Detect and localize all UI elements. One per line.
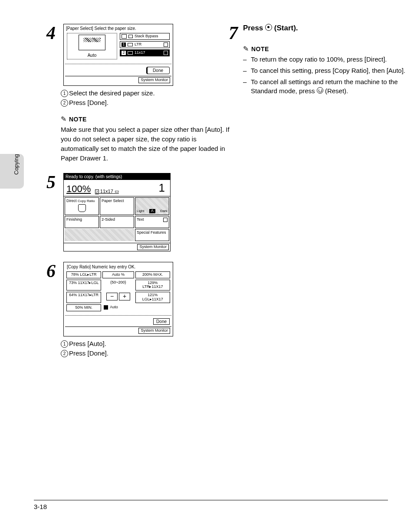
hand-icon	[78, 204, 86, 212]
panel6-auto[interactable]: Auto	[102, 304, 134, 311]
panel5-title: Ready to copy. (with settings)	[64, 173, 170, 180]
panel5-finishing[interactable]: Finishing	[65, 216, 99, 228]
side-tab: Copying	[0, 154, 24, 189]
panel4-size-11x17[interactable]: 2 11x17	[120, 49, 170, 56]
panel6-system-monitor[interactable]: System Monitor	[138, 328, 170, 334]
minus-button[interactable]: −	[106, 293, 118, 300]
plus-button[interactable]: +	[119, 293, 130, 300]
footer: 3-18	[34, 500, 388, 510]
pencil-icon: ✎	[243, 45, 249, 53]
panel5-size: 2 11x17 ▭	[95, 189, 119, 194]
panel6-range: (50~200)	[102, 280, 134, 291]
page-number: 3-18	[34, 503, 47, 510]
step-5-panel: Ready to copy. (with settings) 100% 2 11…	[63, 173, 171, 251]
step7-note-heading: ✎ NOTE	[243, 45, 412, 53]
panel5-paper-select[interactable]: Paper Select	[100, 197, 134, 215]
panel5-special[interactable]: Special Features	[135, 229, 169, 241]
panel6-done-button[interactable]: Done	[153, 318, 170, 325]
right-column: 7 Press (Start). ✎ NOTE –To return the c…	[243, 24, 412, 106]
step-7: 7 Press (Start). ✎ NOTE –To return the c…	[243, 24, 412, 96]
panel4-system-monitor[interactable]: System Monitor	[138, 77, 170, 83]
panel5-2sided[interactable]: 2-Sided	[100, 216, 134, 228]
step-7-number: 7	[212, 24, 238, 42]
step-5: 5 Ready to copy. (with settings) 100% 2 …	[61, 173, 230, 251]
start-icon	[265, 24, 272, 31]
panel5-pct: 100%	[66, 184, 91, 194]
panel5-density[interactable]: Light A Dark	[135, 197, 169, 215]
step-4-panel: [Paper Select] Select the paper size. Au…	[63, 24, 173, 86]
note-item-1: To return the copy ratio to 100%, press …	[251, 55, 387, 64]
panel5-direct[interactable]: Direct Copy Ratio	[65, 197, 99, 215]
panel4-size-ltr[interactable]: 1 LTR	[120, 41, 170, 48]
panel4-title: [Paper Select] Select the paper size.	[65, 26, 171, 31]
step-5-number: 5	[30, 173, 56, 191]
step4-instructions: 1Select the desired paper size. 2Press […	[61, 88, 230, 108]
panel4-done-button[interactable]: Done	[146, 67, 170, 74]
panel4-stack-bypass[interactable]: Stack Bypass	[120, 33, 170, 40]
pencil-icon: ✎	[61, 115, 66, 123]
circled-1: 1	[61, 340, 68, 348]
step7-note-list: –To return the copy ratio to 100%, press…	[243, 55, 412, 96]
circled-2: 2	[61, 350, 68, 357]
step7-heading: Press (Start).	[243, 24, 412, 33]
step-6-number: 6	[30, 262, 56, 280]
panel6-200[interactable]: 200% MAX.	[135, 271, 170, 278]
printer-icon	[79, 35, 105, 50]
step-6-panel: [Copy Ratio] Numeric key entry OK. 78% L…	[63, 262, 173, 336]
panel6-50[interactable]: 50% MIN.	[66, 304, 101, 311]
step-6: 6 [Copy Ratio] Numeric key entry OK. 78%…	[61, 262, 230, 358]
panel6-plus-minus[interactable]: −+	[102, 292, 134, 303]
panel6-73[interactable]: 73% 11X17▸LGL	[66, 280, 101, 291]
circled-2: 2	[61, 99, 68, 107]
panel6-title: [Copy Ratio] Numeric key entry OK.	[65, 264, 171, 270]
circled-1: 1	[61, 90, 68, 97]
note-item-3: To cancel all settings and return the ma…	[251, 77, 412, 96]
checkbox-filled-icon	[104, 305, 108, 310]
note-label: NOTE	[251, 46, 269, 52]
panel6-64[interactable]: 64% 11X17▸LTR	[66, 292, 101, 303]
step-4: 4 [Paper Select] Select the paper size. …	[61, 24, 230, 163]
panel6-auto-pct[interactable]: Auto %	[102, 271, 134, 278]
step6-instructions: 1Press [Auto]. 2Press [Done].	[61, 339, 230, 358]
reset-icon	[317, 87, 323, 94]
panel5-system-monitor[interactable]: System Monitor	[137, 244, 169, 250]
panel4-auto-label: Auto	[88, 53, 97, 58]
left-column: 4 [Paper Select] Select the paper size. …	[61, 24, 230, 368]
step-4-number: 4	[30, 24, 56, 42]
step4-note-body: Make sure that you select a paper size o…	[61, 125, 230, 163]
panel6-129[interactable]: 129% LTR▸11X17	[135, 280, 170, 291]
panel5-text[interactable]: Text	[135, 216, 169, 228]
panel4-auto-area[interactable]: Auto	[67, 33, 117, 59]
step4-note-heading: ✎ NOTE	[61, 115, 230, 123]
panel6-121[interactable]: 121% LGL▸11X17	[135, 292, 170, 303]
note-label: NOTE	[69, 116, 87, 123]
note-item-2: To cancel this setting, press [Copy Rati…	[251, 66, 405, 75]
panel6-78[interactable]: 78% LGL▸LTR	[66, 271, 101, 278]
side-tab-label: Copying	[13, 154, 20, 175]
panel5-qty: 1	[159, 182, 165, 194]
